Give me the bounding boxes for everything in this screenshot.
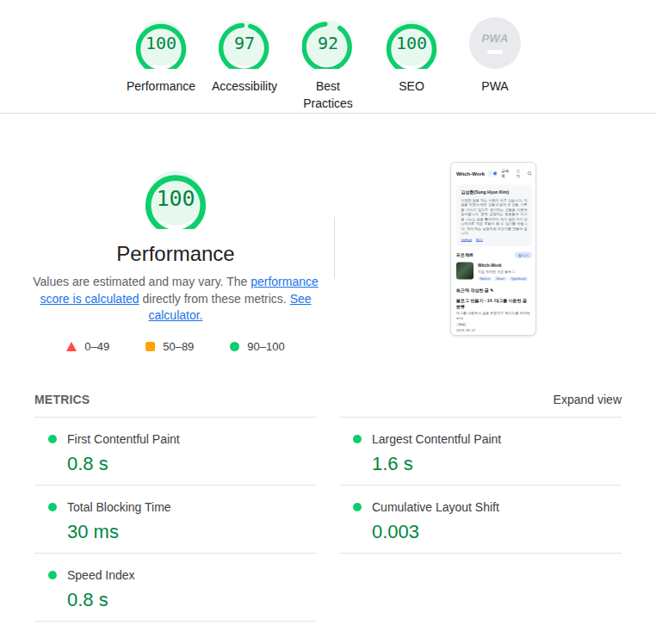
metric-label: First Contentful Paint [67,430,180,448]
search-icon [528,171,533,176]
score-legend: 0–49 50–89 90–100 [0,340,351,353]
legend-pass-range: 90–100 [230,340,284,353]
accessibility-score: 97 [219,17,270,69]
metrics-header: METRICS Expand view [34,393,622,406]
legend-fail-range: 0–49 [66,340,109,353]
final-screenshot-thumbnail[interactable]: Witch-Work 글목록 소개 김성현(Sung Hyun Kim) 다양한… [450,162,536,336]
profile-name: 김성현(Sung Hyun Kim) [461,189,528,195]
metrics-heading: METRICS [34,393,90,406]
metric-label: Cumulative Layout Shift [372,498,499,516]
metric-value: 0.003 [339,521,622,543]
metric-pass-icon [353,435,362,443]
category-link-best-practices[interactable]: 92 Best Practices [287,17,370,113]
profile-bio: 다양한 일을 하는 사람이 되고 싶습니다. 개발을 하면서 배운 것들과 알게… [461,198,528,236]
scores-header: 100 Performance 97 Accessibility 92 Best… [0,0,656,113]
category-link-performance[interactable]: 100 Performance [120,17,203,113]
screenshot-site-header: Witch-Work 글목록 소개 [456,168,532,179]
post-description: 태그를 사용해서 글을 분류하고 페이지를 제작해보자 [456,311,532,320]
project-description: 직접 제작한 개인 블로그 [478,269,528,275]
legend-average-label: 50–89 [163,340,194,353]
description-text: Values are estimated and may vary. The [33,275,251,288]
expand-projects-button: 펼치기 [515,252,532,259]
metric-speed-index: Speed Index 0.8 s [34,554,317,622]
metric-cumulative-layout-shift: Cumulative Layout Shift 0.003 [339,486,622,554]
performance-score: 100 [135,17,187,69]
projects-section-header: 프로젝트 펼치기 [456,252,532,259]
pwa-logo-text: PWA [481,32,508,45]
metrics-grid: First Contentful Paint 0.8 s Total Block… [34,417,622,622]
performance-main-score: 100 [145,167,207,229]
fail-triangle-icon [66,342,77,351]
project-image [456,263,473,280]
metric-pass-icon [48,503,57,511]
metrics-column-right: Largest Contentful Paint 1.6 s Cumulativ… [339,417,622,622]
metric-pass-icon [48,435,57,443]
best-practices-score: 92 [302,17,354,69]
summary-description: Values are estimated and may vary. The p… [30,274,321,325]
project-title: Witch-Work [478,263,528,269]
seo-score: 100 [386,17,437,69]
seo-gauge-icon: 100 [386,17,437,69]
metric-pass-icon [48,571,57,579]
accessibility-gauge-icon: 97 [219,17,270,69]
category-link-accessibility[interactable]: 97 Accessibility [203,17,287,113]
profile-links: GitHub BOJ [461,238,528,243]
pass-circle-icon [230,342,239,351]
performance-label: Performance [120,77,203,95]
post-tag: blog [456,323,467,327]
description-text-mid: directly from these metrics. [139,292,290,306]
post-item: 블로그 만들기 - 14. 태그를 이용한 글 분류 태그를 사용해서 글을 분… [456,298,532,332]
legend-average-range: 50–89 [145,340,194,353]
metric-largest-contentful-paint: Largest Contentful Paint 1.6 s [339,418,622,486]
site-brand: Witch-Work [456,170,485,176]
post-title: 블로그 만들기 - 14. 태그를 이용한 글 분류 [456,298,532,309]
legend-fail-label: 0–49 [84,340,109,353]
metric-value: 0.8 s [34,589,317,611]
best-practices-label: Best Practices [300,77,356,112]
pwa-label: PWA [454,77,537,95]
performance-summary: 100 Performance Values are estimated and… [0,114,351,336]
vertical-divider [334,217,335,279]
theme-toggle-icon [488,170,498,176]
project-tags: Next.js React TypeScript [478,277,528,282]
metric-label: Largest Contentful Paint [372,430,501,448]
screenshot-area: Witch-Work 글목록 소개 김성현(Sung Hyun Kim) 다양한… [351,114,656,336]
accessibility-label: Accessibility [203,77,287,95]
project-tag: TypeScript [509,277,529,282]
pwa-dash-icon [487,50,503,54]
average-square-icon [145,342,155,351]
post-date: 2023. 08. 07 [456,329,532,333]
metric-pass-icon [353,503,362,511]
metrics-column-left: First Contentful Paint 0.8 s Total Block… [34,417,317,622]
metric-label: Speed Index [67,567,135,584]
pwa-badge-icon: PWA [469,17,521,69]
category-link-seo[interactable]: 100 SEO [370,17,454,113]
category-link-pwa[interactable]: PWA PWA [454,17,537,113]
project-tag: Next.js [478,277,492,282]
metrics-section: METRICS Expand view First Contentful Pai… [0,393,656,622]
metric-total-blocking-time: Total Blocking Time 30 ms [34,486,317,554]
profile-card: 김성현(Sung Hyun Kim) 다양한 일을 하는 사람이 되고 싶습니다… [456,185,532,247]
metric-value: 1.6 s [339,453,622,475]
project-body: Witch-Work 직접 제작한 개인 블로그 Next.js React T… [478,263,528,282]
best-practices-gauge-icon: 92 [302,17,354,69]
performance-gauge-icon: 100 [135,17,187,69]
project-tag: React [494,277,507,282]
performance-main-gauge-icon: 100 [145,167,207,229]
boj-link: BOJ [476,238,483,243]
legend-pass-label: 90–100 [247,340,284,353]
site-nav-about: 소개 [516,168,523,179]
site-nav: 글목록 소개 [501,168,532,179]
recent-posts-heading: 최근에 작성한 글 ✎ [456,288,532,294]
project-card: Witch-Work 직접 제작한 개인 블로그 Next.js React T… [456,263,532,282]
site-nav-posts: 글목록 [501,168,512,179]
metric-value: 30 ms [34,521,317,543]
page-title: Performance [0,241,351,267]
metric-first-contentful-paint: First Contentful Paint 0.8 s [34,418,317,486]
metric-value: 0.8 s [34,453,317,475]
post-tags: blog [456,323,532,327]
github-link: GitHub [461,238,472,243]
metric-label: Total Blocking Time [67,498,171,516]
projects-heading: 프로젝트 [456,252,473,258]
expand-view-button[interactable]: Expand view [554,393,622,406]
